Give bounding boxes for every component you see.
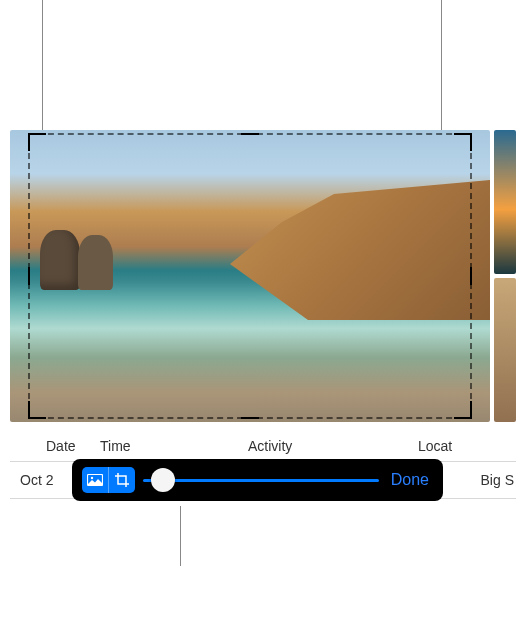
svg-point-1 bbox=[91, 477, 93, 479]
crop-handle-top-right[interactable] bbox=[454, 133, 472, 151]
photo-icon bbox=[87, 474, 103, 486]
main-photo[interactable] bbox=[10, 130, 490, 422]
photo-scenery bbox=[40, 230, 80, 290]
crop-handle-bottom[interactable] bbox=[241, 417, 259, 419]
crop-icon bbox=[114, 472, 130, 488]
photo-scenery bbox=[230, 180, 490, 320]
column-header-time[interactable]: Time bbox=[100, 438, 220, 454]
done-button[interactable]: Done bbox=[387, 471, 433, 489]
photo-editor-area bbox=[10, 130, 516, 422]
thumbnail-strip bbox=[494, 130, 516, 422]
table-header: Date Time Activity Locat bbox=[10, 432, 516, 460]
crop-handle-top-left[interactable] bbox=[28, 133, 46, 151]
crop-handle-left[interactable] bbox=[28, 267, 30, 285]
callout-line-top-right bbox=[441, 0, 442, 131]
crop-mode-button[interactable] bbox=[109, 467, 135, 493]
photo-mode-button[interactable] bbox=[82, 467, 108, 493]
thumbnail[interactable] bbox=[494, 130, 516, 274]
crop-handle-top[interactable] bbox=[241, 133, 259, 135]
crop-toolbar: Done bbox=[72, 459, 443, 501]
photo-scenery bbox=[78, 235, 113, 290]
mode-segmented-control bbox=[82, 467, 135, 493]
callout-line-bottom bbox=[180, 506, 181, 566]
crop-handle-bottom-right[interactable] bbox=[454, 401, 472, 419]
callout-line-top-left bbox=[42, 0, 43, 131]
column-header-date[interactable]: Date bbox=[10, 438, 100, 454]
cell-location: Big S bbox=[481, 472, 516, 488]
crop-handle-bottom-left[interactable] bbox=[28, 401, 46, 419]
slider-track bbox=[143, 479, 379, 482]
slider-thumb[interactable] bbox=[151, 468, 175, 492]
column-header-activity[interactable]: Activity bbox=[220, 438, 400, 454]
column-header-location[interactable]: Locat bbox=[400, 438, 516, 454]
zoom-slider[interactable] bbox=[143, 467, 379, 493]
thumbnail[interactable] bbox=[494, 278, 516, 422]
